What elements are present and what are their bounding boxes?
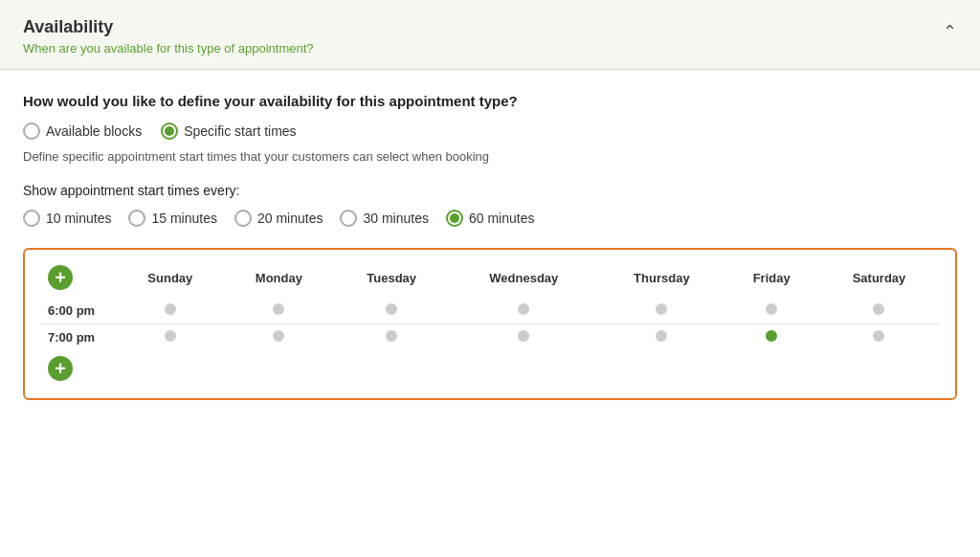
radio-circle-available-blocks	[23, 123, 40, 140]
radio-circle-30min	[340, 210, 357, 227]
add-row: +	[40, 350, 940, 387]
availability-question: How would you like to define your availa…	[23, 93, 957, 109]
show-times-label: Show appointment start times every:	[23, 183, 957, 198]
dot-700-saturday[interactable]	[818, 324, 940, 351]
col-thursday: Thursday	[598, 261, 724, 298]
add-time-button-bottom[interactable]: +	[48, 356, 73, 381]
dot-600-tuesday[interactable]	[334, 298, 449, 324]
table-row: 7:00 pm	[40, 324, 940, 351]
dot-600-saturday[interactable]	[818, 298, 940, 324]
dot-700-sunday[interactable]	[117, 324, 224, 351]
radio-10min[interactable]: 10 minutes	[23, 210, 111, 227]
schedule-box: + Sunday Monday Tuesday Wednesday Thursd…	[23, 248, 957, 400]
dot-700-friday[interactable]	[724, 324, 818, 351]
header-title: Availability	[23, 17, 314, 37]
radio-label-10min: 10 minutes	[46, 211, 111, 226]
table-row: 6:00 pm	[40, 298, 940, 324]
radio-15min[interactable]: 15 minutes	[128, 210, 216, 227]
dot-600-thursday[interactable]	[598, 298, 724, 324]
dot-600-sunday[interactable]	[117, 298, 224, 324]
dot-600-wednesday[interactable]	[449, 298, 598, 324]
radio-60min[interactable]: 60 minutes	[446, 210, 534, 227]
radio-circle-specific-start-times	[161, 123, 178, 140]
col-saturday: Saturday	[818, 261, 940, 298]
add-time-button-top[interactable]: +	[48, 265, 73, 290]
schedule-table: + Sunday Monday Tuesday Wednesday Thursd…	[40, 261, 940, 387]
radio-label-20min: 20 minutes	[257, 211, 323, 226]
radio-circle-10min	[23, 210, 40, 227]
col-sunday: Sunday	[117, 261, 224, 298]
dot-600-monday[interactable]	[224, 298, 334, 324]
dot-700-wednesday[interactable]	[449, 324, 598, 351]
radio-circle-20min	[234, 210, 252, 227]
radio-available-blocks[interactable]: Available blocks	[23, 123, 142, 140]
col-tuesday: Tuesday	[334, 261, 449, 298]
radio-circle-15min	[128, 210, 145, 227]
dot-700-thursday[interactable]	[598, 324, 724, 351]
main-content: How would you like to define your availa…	[0, 70, 980, 419]
availability-description: Define specific appointment start times …	[23, 149, 957, 164]
time-600pm: 6:00 pm	[40, 298, 117, 324]
dot-600-friday[interactable]	[724, 298, 818, 324]
radio-label-available-blocks: Available blocks	[46, 123, 142, 139]
radio-label-15min: 15 minutes	[151, 211, 216, 226]
radio-specific-start-times[interactable]: Specific start times	[161, 123, 296, 140]
dot-700-tuesday[interactable]	[334, 324, 449, 351]
radio-label-60min: 60 minutes	[469, 211, 534, 226]
collapse-icon[interactable]: ⌃	[943, 21, 957, 42]
availability-type-group: Available blocks Specific start times	[23, 123, 957, 140]
availability-header: Availability When are you available for …	[0, 0, 980, 70]
add-time-top: +	[40, 261, 117, 298]
radio-circle-60min	[446, 210, 463, 227]
col-monday: Monday	[224, 261, 334, 298]
radio-20min[interactable]: 20 minutes	[234, 210, 323, 227]
radio-label-specific-start-times: Specific start times	[184, 123, 296, 139]
col-wednesday: Wednesday	[449, 261, 598, 298]
radio-label-30min: 30 minutes	[363, 211, 428, 226]
radio-30min[interactable]: 30 minutes	[340, 210, 428, 227]
col-friday: Friday	[724, 261, 818, 298]
time-700pm: 7:00 pm	[40, 324, 117, 351]
minutes-options-group: 10 minutes 15 minutes 20 minutes 30 minu…	[23, 210, 957, 227]
header-subtitle: When are you available for this type of …	[23, 41, 314, 56]
dot-700-monday[interactable]	[224, 324, 334, 351]
add-time-bottom-cell: +	[40, 350, 117, 387]
empty-add-row	[117, 350, 940, 387]
